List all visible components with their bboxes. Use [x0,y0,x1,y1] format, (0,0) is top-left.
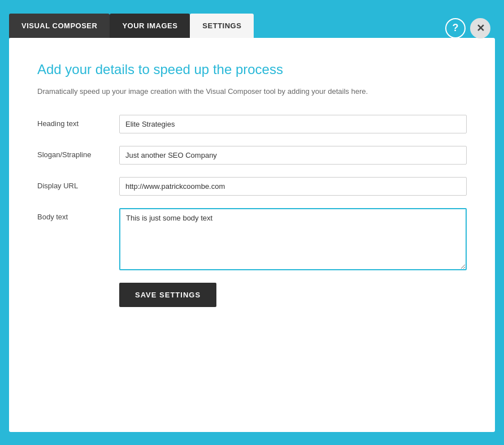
close-button[interactable]: ✕ [470,18,490,38]
tab-visual-composer[interactable]: VISUAL COMPOSER [9,14,110,38]
display-url-input[interactable] [119,177,467,196]
modal-body: Add your details to speed up the process… [9,38,495,432]
heading-text-row: Heading text [37,115,467,133]
body-text-row: Body text This is just some body text [37,208,467,270]
display-url-label: Display URL [37,177,119,190]
body-text-label: Body text [37,208,119,221]
save-row: SAVE SETTINGS [37,283,467,307]
heading-text-label: Heading text [37,115,119,128]
modal-heading: Add your details to speed up the process [37,61,467,78]
body-text-input[interactable]: This is just some body text [119,208,467,270]
tab-your-images[interactable]: YOUR IMAGES [110,14,190,38]
save-settings-button[interactable]: SAVE SETTINGS [119,283,216,307]
tab-bar: VISUAL COMPOSER YOUR IMAGES SETTINGS ? ✕ [9,14,495,38]
heading-text-input[interactable] [119,115,467,133]
slogan-label: Slogan/Strapline [37,146,119,159]
tab-settings[interactable]: SETTINGS [190,14,254,38]
help-button[interactable]: ? [445,18,466,38]
slogan-row: Slogan/Strapline [37,146,467,165]
slogan-input[interactable] [119,146,467,165]
display-url-row: Display URL [37,177,467,196]
modal-container: VISUAL COMPOSER YOUR IMAGES SETTINGS ? ✕… [9,14,495,432]
icon-buttons: ? ✕ [445,18,490,38]
modal-subheading: Dramatically speed up your image creatio… [37,86,467,97]
